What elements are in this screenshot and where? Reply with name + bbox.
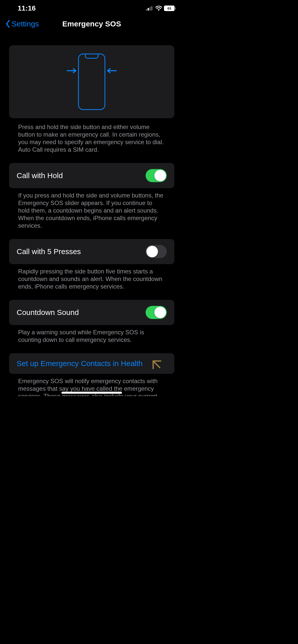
cursor-arrow-icon xyxy=(151,359,162,370)
home-indicator[interactable] xyxy=(61,392,122,394)
call-with-5-presses-description: Rapidly pressing the side button five ti… xyxy=(9,264,174,290)
countdown-sound-description: Play a warning sound while Emergency SOS… xyxy=(9,325,174,344)
svg-rect-0 xyxy=(146,9,147,11)
call-with-5-presses-switch[interactable] xyxy=(146,245,167,258)
call-with-hold-label: Call with Hold xyxy=(17,171,63,180)
wifi-icon xyxy=(155,6,162,11)
navigation-bar: Settings Emergency SOS xyxy=(0,15,183,35)
chevron-left-icon xyxy=(6,20,10,28)
battery-percent: 63 xyxy=(168,7,171,10)
countdown-sound-label: Countdown Sound xyxy=(17,308,79,317)
back-button[interactable]: Settings xyxy=(6,20,39,28)
status-bar: 11:16 63 xyxy=(0,0,183,15)
back-label: Settings xyxy=(12,20,39,28)
countdown-sound-switch[interactable] xyxy=(146,306,167,319)
arrow-left-icon xyxy=(107,68,117,73)
page-title: Emergency SOS xyxy=(62,20,121,28)
cellular-signal-icon xyxy=(146,6,153,11)
battery-indicator: 63 xyxy=(164,6,176,11)
status-icons: 63 xyxy=(146,6,176,11)
svg-rect-3 xyxy=(151,6,152,11)
svg-rect-2 xyxy=(149,7,151,11)
call-with-5-presses-cell: Call with 5 Presses xyxy=(9,239,174,264)
call-with-hold-cell: Call with Hold xyxy=(9,163,174,188)
arrow-right-icon xyxy=(67,68,77,73)
call-with-hold-description: If you press and hold the side and volum… xyxy=(9,188,174,229)
hero-diagram-card xyxy=(9,45,174,118)
svg-rect-1 xyxy=(148,8,149,11)
phone-diagram xyxy=(78,54,105,110)
call-with-5-presses-label: Call with 5 Presses xyxy=(17,247,81,256)
call-with-hold-switch[interactable] xyxy=(146,169,167,182)
emergency-contacts-label: Set up Emergency Contacts in Health xyxy=(17,359,143,368)
emergency-contacts-cell[interactable]: Set up Emergency Contacts in Health xyxy=(9,353,174,374)
hero-description: Press and hold the side button and eithe… xyxy=(9,118,174,153)
countdown-sound-cell: Countdown Sound xyxy=(9,300,174,325)
status-time: 11:16 xyxy=(18,4,36,12)
phone-outline-icon xyxy=(78,54,105,110)
